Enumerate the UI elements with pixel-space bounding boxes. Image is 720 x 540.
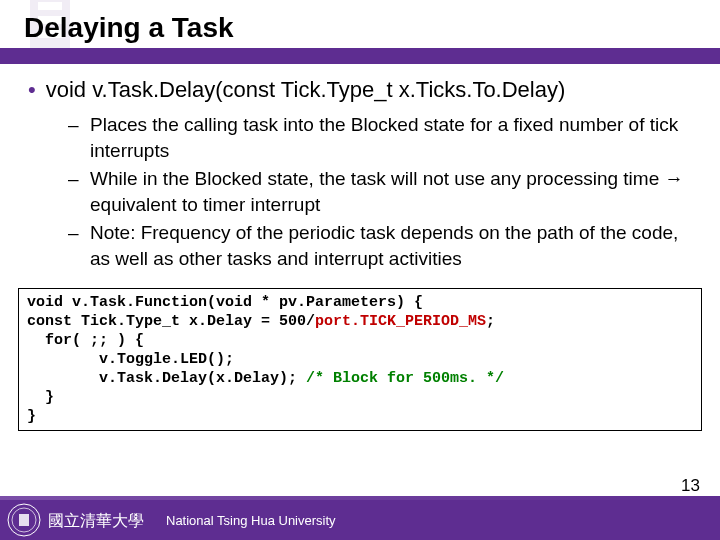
footer-bar: 國立清華大學 National Tsing Hua University (0, 500, 720, 540)
content-area: • void v.Task.Delay(const Tick.Type_t x.… (0, 64, 720, 282)
code-line: v.Toggle.LED(); (27, 351, 234, 368)
university-seal-icon (6, 502, 42, 538)
sub-bullet-text: Note: Frequency of the periodic task dep… (90, 220, 692, 272)
code-line: } (27, 408, 36, 425)
code-line: for( ;; ) { (27, 332, 144, 349)
sub-bullet-list: – Places the calling task into the Block… (28, 110, 692, 282)
dash-icon: – (68, 166, 80, 192)
code-line: ; (486, 313, 495, 330)
bullet-icon: • (28, 76, 36, 104)
code-line: void v.Task.Function(void * pv.Parameter… (27, 294, 423, 311)
svg-rect-6 (19, 514, 29, 526)
code-macro: port.TICK_PERIOD_MS (315, 313, 486, 330)
page-number: 13 (681, 476, 700, 496)
title-divider (0, 48, 720, 64)
function-signature: void v.Task.Delay(const Tick.Type_t x.Ti… (46, 76, 566, 104)
sub-bullet: – Note: Frequency of the periodic task d… (68, 220, 692, 272)
university-logo-icon: 國立清華大學 (48, 508, 158, 532)
sub-bullet: – While in the Blocked state, the task w… (68, 166, 692, 218)
code-line: } (27, 389, 54, 406)
svg-text:國立清華大學: 國立清華大學 (48, 512, 144, 529)
code-line: v.Task.Delay(x.Delay); (27, 370, 306, 387)
code-block: void v.Task.Function(void * pv.Parameter… (18, 288, 702, 431)
dash-icon: – (68, 220, 80, 246)
code-line: const Tick.Type_t x.Delay = 500/ (27, 313, 315, 330)
sub-bullet: – Places the calling task into the Block… (68, 112, 692, 164)
main-bullet: • void v.Task.Delay(const Tick.Type_t x.… (28, 76, 692, 104)
sub-bullet-text: While in the Blocked state, the task wil… (90, 166, 692, 218)
slide-title: Delaying a Task (0, 0, 720, 48)
footer-text: National Tsing Hua University (166, 513, 336, 528)
sub-bullet-text: Places the calling task into the Blocked… (90, 112, 692, 164)
dash-icon: – (68, 112, 80, 138)
code-comment: /* Block for 500ms. */ (306, 370, 504, 387)
